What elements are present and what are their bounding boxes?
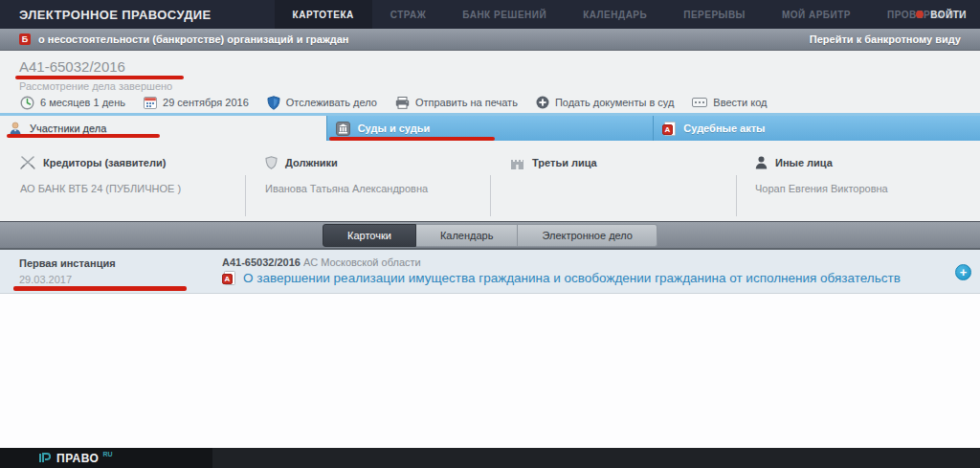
keyboard-icon (692, 98, 707, 107)
view-switcher: Карточки Календарь Электронное дело (323, 224, 657, 247)
view-switcher-bar: Карточки Календарь Электронное дело (0, 221, 980, 250)
nav-item-bank-resheniy[interactable]: БАНК РЕШЕНИЙ (444, 0, 565, 29)
footer-bar: ПРАВО RU (0, 448, 980, 468)
shield-outline-icon (265, 156, 278, 169)
debtors-title: Должники (285, 157, 338, 168)
debtors-column: Должники Иванова Татьяна Александровна (245, 148, 490, 218)
case-start-date: 29 сентября 2016 (144, 96, 249, 109)
other-parties-title: Иные лица (775, 157, 833, 168)
pdf-icon: A (662, 122, 676, 136)
brand-title: ЭЛЕКТРОННОЕ ПРАВОСУДИЕ (0, 0, 275, 29)
red-underline-annotation-date (13, 286, 187, 291)
bankruptcy-badge-icon: Б (19, 33, 31, 45)
watch-case-button[interactable]: Отслеживать дело (267, 96, 377, 110)
nav-item-strazh[interactable]: СТРАЖ (372, 0, 445, 29)
court-building-icon (336, 122, 350, 136)
person-silhouette-icon (755, 156, 768, 169)
footer-logo-text: ПРАВО (56, 452, 99, 465)
nav-item-kalendar[interactable]: КАЛЕНДАРЬ (565, 0, 665, 29)
red-underline-annotation-courts-tab (329, 137, 495, 141)
other-party-name: Чорап Евгения Викторовна (755, 182, 970, 195)
case-duration: 6 месяцев 1 день (20, 96, 125, 110)
clock-icon (20, 96, 34, 110)
instance-court: АС Московской области (303, 256, 421, 268)
crossed-swords-icon (20, 156, 35, 169)
watch-case-label: Отслеживать дело (286, 97, 377, 108)
content-lower-area (0, 293, 980, 448)
third-parties-header: Третьи лица (510, 154, 725, 171)
case-type-title: о несостоятельности (банкротстве) органи… (38, 33, 348, 45)
case-number-heading: А41-65032/2016 (19, 58, 125, 75)
enter-code-button[interactable]: Ввести код (692, 97, 767, 108)
case-status-text: Рассмотрение дела завершено (19, 80, 172, 92)
creditors-column: Кредиторы (заявители) АО БАНК ВТБ 24 (ПУ… (0, 148, 245, 218)
column-divider (490, 175, 491, 216)
enter-code-label: Ввести код (713, 97, 767, 108)
case-type-group: Б о несостоятельности (банкротстве) орга… (19, 33, 348, 45)
column-divider (245, 175, 246, 216)
app-root: ЭЛЕКТРОННОЕ ПРАВОСУДИЕ КАРТОТЕКА СТРАЖ Б… (0, 0, 980, 468)
pravo-logo-link[interactable]: ПРАВО RU (0, 448, 212, 468)
tab-judicial-acts-label: Судебные акты (683, 123, 765, 134)
castle-icon (510, 157, 524, 169)
file-documents-button[interactable]: Подать документы в суд (536, 96, 674, 109)
creditors-title: Кредиторы (заявители) (43, 157, 166, 168)
red-underline-annotation-case-number (15, 76, 184, 79)
nav-item-moy-arbitr[interactable]: МОЙ АРБИТР (764, 0, 869, 29)
calendar-icon (144, 96, 157, 109)
svg-text:A: A (665, 125, 671, 134)
third-parties-title: Третьи лица (532, 157, 597, 168)
debtor-name: Иванова Татьяна Александровна (265, 182, 480, 195)
switch-to-bankruptcy-view-link[interactable]: Перейти к банкротному виду (810, 33, 961, 45)
creditors-header: Кредиторы (заявители) (20, 154, 235, 171)
svg-text:A: A (225, 275, 231, 283)
file-documents-label: Подать документы в суд (555, 97, 674, 108)
instance-case-number: А41-65032/2016 (222, 256, 301, 268)
nav-item-pereryvy[interactable]: ПЕРЕРЫВЫ (665, 0, 764, 29)
view-calendar-button[interactable]: Календарь (416, 224, 519, 247)
login-label: ВОЙТИ (930, 10, 967, 20)
pdf-icon: A (222, 271, 235, 285)
case-duration-label: 6 месяцев 1 день (40, 97, 125, 108)
creditor-name: АО БАНК ВТБ 24 (ПУБЛИЧНОЕ ) (20, 182, 235, 195)
tab-judicial-acts[interactable]: A Судебные акты (653, 116, 980, 141)
red-underline-annotation-participants-tab (7, 134, 160, 138)
document-row[interactable]: A О завершении реализации имущества граж… (222, 271, 901, 285)
instance-date: 29.03.2017 (19, 274, 72, 285)
debtors-header: Должники (265, 154, 480, 171)
print-button[interactable]: Отправить на печать (395, 97, 518, 109)
document-link[interactable]: О завершении реализации имущества гражда… (243, 271, 901, 285)
login-button[interactable]: ВОЙТИ (916, 0, 967, 29)
third-parties-column: Третьи лица (490, 148, 735, 218)
instance-name: Первая инстанция (19, 257, 116, 269)
case-toolbar: 6 месяцев 1 день 29 сентября 2016 Отслеж… (20, 93, 768, 112)
footer-logo-suffix: RU (102, 451, 112, 457)
case-type-bar: Б о несостоятельности (банкротстве) орга… (0, 29, 980, 51)
view-cards-button[interactable]: Карточки (323, 224, 416, 247)
plus-circle-icon (536, 96, 549, 109)
other-parties-column: Иные лица Чорап Евгения Викторовна (735, 148, 980, 218)
top-navigation-bar: ЭЛЕКТРОННОЕ ПРАВОСУДИЕ КАРТОТЕКА СТРАЖ Б… (0, 0, 980, 29)
column-divider (736, 175, 737, 216)
expand-instance-button[interactable]: + (955, 264, 971, 280)
print-label: Отправить на печать (415, 97, 518, 108)
shield-icon (267, 96, 280, 110)
login-status-dot-icon (916, 11, 924, 18)
tab-participants-label: Участники дела (30, 123, 106, 134)
main-nav: КАРТОТЕКА СТРАЖ БАНК РЕШЕНИЙ КАЛЕНДАРЬ П… (275, 0, 980, 29)
printer-icon (395, 97, 410, 109)
nav-item-kartoteka[interactable]: КАРТОТЕКА (275, 0, 372, 29)
other-parties-header: Иные лица (755, 154, 970, 171)
view-electronic-case-button[interactable]: Электронное дело (518, 224, 657, 247)
case-start-date-label: 29 сентября 2016 (163, 97, 249, 108)
tab-courts-judges-label: Суды и судьи (358, 123, 431, 134)
instance-case-line: А41-65032/2016 АС Московской области (222, 256, 421, 268)
pravo-logo-icon (38, 452, 51, 464)
